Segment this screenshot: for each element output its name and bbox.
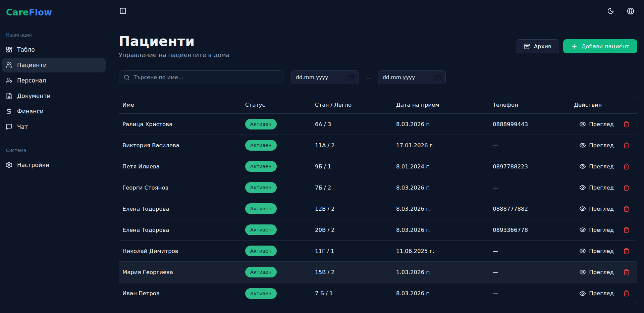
status-badge: Активен	[245, 161, 277, 172]
view-button[interactable]: Преглед	[579, 290, 614, 297]
status-badge: Активен	[245, 182, 277, 193]
column-header-actions: Действия	[574, 102, 637, 108]
language-button[interactable]	[625, 5, 637, 17]
delete-button[interactable]	[623, 248, 630, 254]
logo-care: Care	[6, 7, 29, 17]
trash-icon	[623, 185, 630, 191]
eye-icon	[579, 205, 586, 212]
add-patient-button[interactable]: Добави пациент	[563, 39, 637, 53]
delete-button[interactable]	[623, 185, 630, 191]
admission-date: 11.06.2025 г.	[396, 248, 493, 254]
eye-icon	[579, 142, 586, 149]
sidebar-item-documents[interactable]: Документи	[2, 89, 106, 103]
delete-button[interactable]	[623, 142, 630, 149]
patient-name: Иван Петров	[119, 290, 245, 297]
phone: 0893366778	[493, 227, 574, 233]
sidebar-item-settings[interactable]: Настройки	[2, 158, 106, 172]
sidebar: CareFlow Навигация Табло Пациенти Персон…	[0, 0, 108, 313]
dollar-icon	[6, 108, 12, 115]
gear-icon	[6, 162, 12, 168]
dashboard-icon	[6, 46, 12, 53]
delete-button[interactable]	[623, 121, 630, 127]
sidebar-item-finance[interactable]: Финанси	[2, 104, 106, 119]
search-input[interactable]	[133, 74, 278, 81]
date-range-separator: —	[366, 74, 371, 81]
table-row: Николай Димитров Активен 11Г / 1 11.06.2…	[119, 241, 637, 262]
chat-icon	[6, 123, 12, 130]
view-button[interactable]: Преглед	[579, 226, 614, 233]
delete-button[interactable]	[623, 206, 630, 212]
room-bed: 20В / 2	[315, 227, 396, 233]
trash-icon	[623, 142, 630, 149]
table-row: Ралица Христова Активен 6А / 3 8.03.2026…	[119, 114, 637, 135]
trash-icon	[623, 269, 630, 275]
admission-date: 8.01.2024 г.	[396, 163, 493, 170]
sidebar-toggle-button[interactable]	[117, 5, 129, 17]
table-row: Мария Георгиева Активен 15В / 2 1.03.202…	[119, 262, 637, 283]
trash-icon	[623, 163, 630, 170]
sidebar-item-patients[interactable]: Пациенти	[2, 58, 106, 72]
view-button[interactable]: Преглед	[579, 184, 614, 191]
date-to-input[interactable]: dd.mm.yyyy	[378, 70, 446, 84]
calendar-icon[interactable]	[435, 74, 441, 81]
admission-date: 8.03.2026 г.	[396, 206, 493, 212]
admission-date: 8.03.2026 г.	[396, 227, 493, 233]
app-logo: CareFlow	[2, 7, 106, 17]
theme-toggle-button[interactable]	[604, 5, 616, 17]
archive-button[interactable]: Архив	[516, 39, 559, 53]
room-bed: 12В / 2	[315, 206, 396, 212]
users-icon	[6, 62, 12, 68]
archive-icon	[524, 43, 530, 50]
date-from-input[interactable]: dd.mm.yyyy	[291, 70, 359, 84]
view-button-label: Преглед	[589, 185, 614, 191]
sidebar-item-staff[interactable]: Персонал	[2, 73, 106, 88]
patient-name: Елена Тодорова	[119, 206, 245, 212]
system-section-label: Система	[2, 148, 106, 153]
calendar-icon[interactable]	[348, 74, 354, 81]
phone: 0897788223	[493, 163, 574, 170]
table-row: Петя Илиева Активен 9Б / 1 8.01.2024 г. …	[119, 156, 637, 177]
trash-icon	[623, 206, 630, 212]
user-cog-icon	[6, 77, 12, 84]
delete-button[interactable]	[623, 163, 630, 170]
view-button[interactable]: Преглед	[579, 163, 614, 170]
patient-name: Георги Стоянов	[119, 185, 245, 191]
admission-date: 17.01.2026 г.	[396, 142, 493, 149]
column-header-room: Стая / Легло	[315, 102, 396, 108]
view-button[interactable]: Преглед	[579, 142, 614, 149]
moon-icon	[607, 7, 614, 14]
sidebar-item-label: Персонал	[17, 77, 46, 84]
status-badge: Активен	[245, 267, 277, 277]
table-body: Ралица Христова Активен 6А / 3 8.03.2026…	[119, 114, 637, 304]
sidebar-item-dashboard[interactable]: Табло	[2, 42, 106, 57]
eye-icon	[579, 163, 586, 170]
view-button[interactable]: Преглед	[579, 248, 614, 254]
panel-left-icon	[119, 7, 126, 14]
room-bed: 9Б / 1	[315, 163, 396, 170]
column-header-status: Статус	[245, 102, 315, 108]
sidebar-item-chat[interactable]: Чат	[2, 119, 106, 134]
status-badge: Активен	[245, 119, 277, 129]
delete-button[interactable]	[623, 290, 630, 297]
eye-icon	[579, 290, 586, 297]
document-icon	[6, 93, 12, 99]
phone: —	[493, 269, 574, 275]
view-button-label: Преглед	[589, 163, 614, 170]
view-button-label: Преглед	[589, 142, 614, 149]
nav-section-label: Навигация	[2, 32, 106, 38]
search-box	[119, 70, 283, 84]
delete-button[interactable]	[623, 227, 630, 233]
status-badge: Активен	[245, 224, 277, 235]
trash-icon	[623, 248, 630, 254]
view-button[interactable]: Преглед	[579, 269, 614, 275]
view-button[interactable]: Преглед	[579, 121, 614, 127]
phone: 0888777882	[493, 206, 574, 212]
view-button-label: Преглед	[589, 227, 614, 233]
room-bed: 11Г / 1	[315, 248, 396, 254]
delete-button[interactable]	[623, 269, 630, 275]
add-patient-button-label: Добави пациент	[582, 43, 629, 50]
patient-name: Николай Димитров	[119, 248, 245, 254]
main-area: Пациенти Управление на пациентите в дома…	[108, 0, 644, 313]
table-row: Георги Стоянов Активен 7Б / 2 8.03.2026 …	[119, 177, 637, 198]
view-button[interactable]: Преглед	[579, 205, 614, 212]
